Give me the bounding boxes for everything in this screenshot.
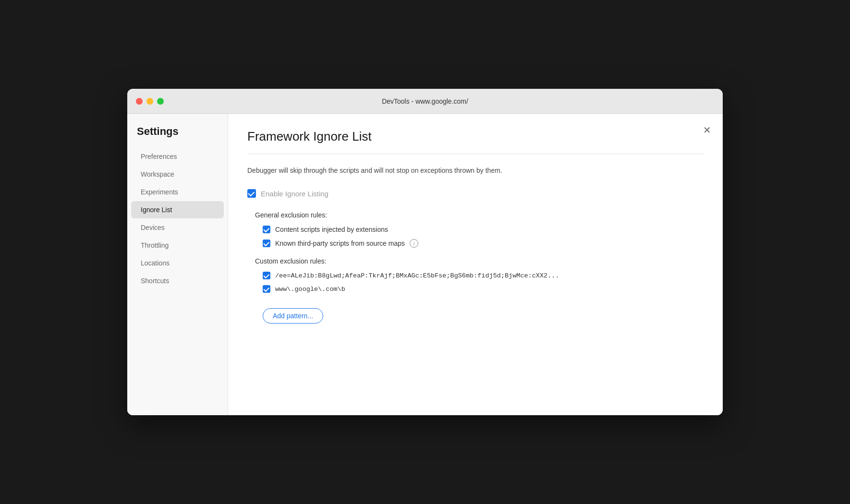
- maximize-button[interactable]: [157, 98, 164, 105]
- page-title: Framework Ignore List: [247, 129, 704, 144]
- sidebar-item-devices[interactable]: Devices: [131, 219, 224, 236]
- enable-ignore-listing-row: Enable Ignore Listing: [247, 189, 704, 198]
- custom-rule-2-row: www\.google\.com\b: [263, 285, 704, 293]
- divider: [247, 154, 704, 154]
- custom-rule-1-checkbox[interactable]: [263, 272, 270, 279]
- sidebar-item-experiments[interactable]: Experiments: [131, 183, 224, 201]
- minimize-button[interactable]: [146, 98, 153, 105]
- sidebar-item-shortcuts[interactable]: Shortcuts: [131, 272, 224, 289]
- dialog-close-button[interactable]: ✕: [703, 125, 711, 135]
- custom-rule-2-text: www\.google\.com\b: [275, 286, 345, 293]
- content-area: Settings Preferences Workspace Experimen…: [127, 114, 723, 415]
- sidebar-item-locations[interactable]: Locations: [131, 254, 224, 272]
- general-exclusion-section: General exclusion rules: Content scripts…: [247, 211, 704, 248]
- enable-ignore-listing-checkbox[interactable]: [247, 189, 256, 198]
- titlebar: DevTools - www.google.com/: [127, 89, 723, 114]
- custom-rule-1-text: /ee=ALeJib:B8gLwd;AfeaP:TkrAjf;BMxAGc:E5…: [275, 272, 559, 279]
- general-exclusion-label: General exclusion rules:: [255, 211, 704, 219]
- custom-exclusion-section: Custom exclusion rules: /ee=ALeJib:B8gLw…: [247, 257, 704, 324]
- content-scripts-label: Content scripts injected by extensions: [275, 226, 388, 233]
- add-pattern-button[interactable]: Add pattern...: [263, 308, 323, 324]
- info-icon[interactable]: i: [410, 239, 418, 248]
- sidebar-item-workspace[interactable]: Workspace: [131, 166, 224, 183]
- custom-exclusion-label: Custom exclusion rules:: [255, 257, 704, 265]
- main-content: ✕ Framework Ignore List Debugger will sk…: [228, 114, 723, 415]
- known-third-party-row: Known third-party scripts from source ma…: [263, 239, 704, 248]
- known-third-party-checkbox[interactable]: [263, 240, 270, 247]
- custom-rule-1-row: /ee=ALeJib:B8gLwd;AfeaP:TkrAjf;BMxAGc:E5…: [263, 272, 704, 279]
- custom-rule-2-checkbox[interactable]: [263, 285, 270, 293]
- sidebar-item-preferences[interactable]: Preferences: [131, 148, 224, 165]
- content-scripts-row: Content scripts injected by extensions: [263, 226, 704, 233]
- devtools-window: DevTools - www.google.com/ Settings Pref…: [127, 89, 723, 415]
- sidebar-heading: Settings: [127, 125, 228, 147]
- sidebar-item-ignore-list[interactable]: Ignore List: [131, 201, 224, 218]
- close-button[interactable]: [136, 98, 143, 105]
- content-scripts-checkbox[interactable]: [263, 226, 270, 233]
- enable-ignore-listing-label: Enable Ignore Listing: [261, 190, 328, 198]
- sidebar-item-throttling[interactable]: Throttling: [131, 237, 224, 254]
- window-title: DevTools - www.google.com/: [382, 97, 468, 105]
- known-third-party-label: Known third-party scripts from source ma…: [275, 240, 405, 247]
- description-text: Debugger will skip through the scripts a…: [247, 166, 704, 176]
- sidebar: Settings Preferences Workspace Experimen…: [127, 114, 228, 415]
- traffic-lights: [136, 98, 164, 105]
